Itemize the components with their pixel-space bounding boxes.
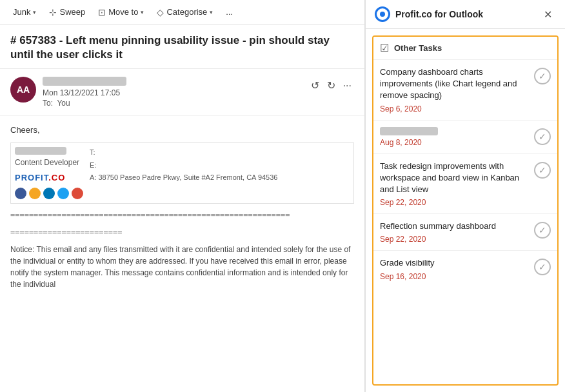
email-date: Mon 13/12/2021 17:05 [43, 88, 302, 97]
sender-name-blurred [43, 77, 126, 86]
to-label: To: [43, 99, 53, 108]
googleplus-icon [72, 188, 83, 199]
sig-email-value: E: [90, 160, 277, 172]
moveto-icon: ⊡ [98, 7, 106, 17]
more-label: ... [226, 7, 233, 17]
sig-name-blurred [15, 147, 66, 155]
sweep-label: Sweep [59, 7, 85, 17]
task-check-button[interactable]: ✓ [534, 222, 551, 239]
rss-icon [29, 188, 41, 199]
greeting: Cheers, [10, 124, 354, 137]
task-title-blurred [380, 127, 438, 135]
email-panel: Junk ▾ ⊹ Sweep ⊡ Move to ▾ ◇ Categorise … [0, 0, 365, 392]
profit-logo-inner [380, 12, 385, 17]
task-content: Company dashboard charts improvements (l… [380, 66, 529, 113]
task-item: Reflection summary dashboardSep 22, 2020… [373, 214, 557, 251]
task-content: Grade visibilitySep 16, 2020 [380, 257, 529, 280]
linkedin-icon [43, 188, 55, 199]
email-to: To: You [43, 99, 302, 108]
sig-right: T: E: A: 38750 Paseo Padre Pkwy, Suite #… [90, 147, 277, 184]
panel-header: Profit.co for Outlook ✕ [366, 0, 565, 29]
twitter-icon [57, 188, 69, 199]
profit-panel: Profit.co for Outlook ✕ ☑ Other Tasks Co… [365, 0, 565, 392]
moveto-label: Move to [108, 7, 138, 17]
task-title: Grade visibility [380, 257, 529, 269]
facebook-icon [15, 188, 26, 199]
company-co: .CO [48, 173, 65, 182]
task-check-button[interactable]: ✓ [534, 162, 551, 179]
task-item: Aug 8, 2020✓ [373, 121, 557, 154]
sig-email-label: T: [90, 147, 277, 159]
junk-chevron-icon: ▾ [33, 9, 36, 15]
reply-button[interactable]: ↺ [308, 77, 322, 94]
panel-close-button[interactable]: ✕ [540, 7, 556, 22]
company-name: PROFIT.CO [15, 172, 83, 185]
task-date: Sep 16, 2020 [380, 272, 529, 281]
notice-text: Notice: This email and any files transmi… [10, 244, 354, 290]
task-date: Aug 8, 2020 [380, 138, 529, 147]
to-value: You [57, 99, 70, 108]
email-header: AA Mon 13/12/2021 17:05 To: You ↺ ↻ ··· [0, 69, 364, 116]
sig-title: Content Developer [15, 157, 83, 169]
profit-logo-icon [375, 6, 390, 22]
task-item: Grade visibilitySep 16, 2020✓ [373, 251, 557, 287]
signature-block: Content Developer PROFIT.CO T: E: A: 387… [10, 142, 354, 204]
email-toolbar: Junk ▾ ⊹ Sweep ⊡ Move to ▾ ◇ Categorise … [0, 0, 364, 24]
divider2: ======================== [10, 226, 354, 239]
junk-label: Junk [13, 7, 30, 17]
junk-button[interactable]: Junk ▾ [8, 5, 41, 19]
categorise-label: Categorise [166, 7, 207, 17]
panel-title: Profit.co for Outlook [395, 9, 535, 19]
task-date: Sep 22, 2020 [380, 235, 529, 244]
sweep-button[interactable]: ⊹ Sweep [44, 5, 90, 20]
tasks-section-label: Other Tasks [394, 43, 442, 53]
task-check-button[interactable]: ✓ [534, 128, 551, 145]
email-actions: ↺ ↻ ··· [308, 77, 354, 94]
company-profit: PROFIT [15, 173, 48, 182]
task-item: Task redesign improvements with workspac… [373, 154, 557, 215]
task-title: Task redesign improvements with workspac… [380, 161, 529, 196]
task-date: Sep 6, 2020 [380, 104, 529, 113]
task-date: Sep 22, 2020 [380, 198, 529, 207]
avatar: AA [10, 77, 36, 103]
task-title: Company dashboard charts improvements (l… [380, 66, 529, 102]
email-subject: # 657383 - Left menu pinning usability i… [0, 24, 364, 69]
categorise-chevron-icon: ▾ [210, 9, 213, 15]
sweep-icon: ⊹ [49, 7, 57, 17]
task-check-button[interactable]: ✓ [534, 259, 551, 275]
categorise-icon: ◇ [157, 7, 164, 17]
reply-all-button[interactable]: ↻ [324, 77, 338, 94]
tasks-header: ☑ Other Tasks [373, 37, 557, 60]
more-button[interactable]: ... [221, 5, 238, 19]
task-content: Reflection summary dashboardSep 22, 2020 [380, 220, 529, 244]
categorise-button[interactable]: ◇ Categorise ▾ [152, 5, 218, 20]
task-content: Aug 8, 2020 [380, 127, 529, 147]
tasks-list: Company dashboard charts improvements (l… [373, 60, 557, 384]
task-check-button[interactable]: ✓ [534, 68, 551, 84]
sig-left: Content Developer PROFIT.CO [15, 147, 83, 199]
task-title: Reflection summary dashboard [380, 220, 529, 232]
moveto-button[interactable]: ⊡ Move to ▾ [93, 5, 149, 20]
social-icons [15, 188, 83, 199]
email-meta: Mon 13/12/2021 17:05 To: You [43, 77, 302, 108]
divider1: ========================================… [10, 209, 354, 221]
tasks-section: ☑ Other Tasks Company dashboard charts i… [372, 35, 559, 386]
tasks-header-icon: ☑ [380, 42, 389, 54]
more-actions-button[interactable]: ··· [341, 77, 354, 94]
task-item: Company dashboard charts improvements (l… [373, 60, 557, 121]
task-content: Task redesign improvements with workspac… [380, 161, 529, 208]
sig-address: A: 38750 Paseo Padre Pkwy, Suite #A2 Fre… [90, 172, 277, 184]
email-body: Cheers, Content Developer PROFIT.CO T: [0, 116, 364, 392]
moveto-chevron-icon: ▾ [141, 9, 144, 15]
